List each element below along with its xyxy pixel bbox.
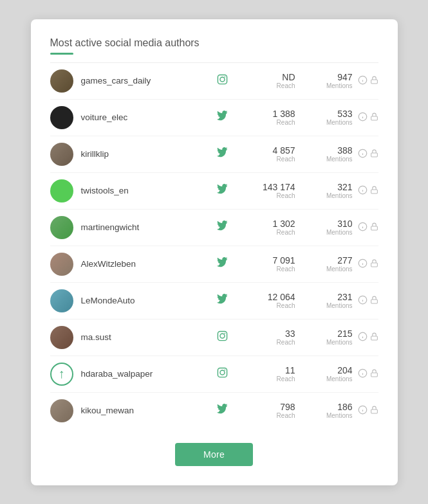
svg-rect-38 [218, 368, 227, 377]
info-icon[interactable] [358, 258, 368, 270]
author-row: voiture_elec1 388Reach533Mentions [50, 100, 378, 136]
author-row: games_cars_dailyNDReach947Mentions [50, 63, 378, 100]
lock-icon[interactable] [370, 149, 378, 159]
svg-point-2 [225, 76, 226, 78]
lock-icon[interactable] [370, 222, 378, 233]
lock-icon[interactable] [370, 259, 378, 269]
author-row: LeMondeAuto12 064Reach231Mentions [50, 283, 378, 320]
author-name: games_cars_daily [81, 76, 214, 86]
reach-label: Reach [247, 156, 295, 163]
svg-rect-48 [371, 409, 377, 413]
action-icons [358, 258, 378, 270]
lock-icon[interactable] [370, 76, 378, 86]
svg-rect-6 [371, 79, 377, 83]
author-name: LeMondeAuto [81, 296, 214, 305]
avatar: ↑ [50, 363, 73, 386]
svg-rect-37 [371, 336, 377, 339]
more-button-wrapper: More [50, 443, 378, 466]
mentions-label: Mentions [304, 302, 353, 309]
reach-label: Reach [247, 119, 295, 126]
mentions-column: 321Mentions [304, 182, 353, 199]
reach-label: Reach [247, 82, 295, 89]
svg-point-39 [220, 370, 225, 375]
svg-rect-44 [371, 372, 377, 376]
action-icons [358, 295, 378, 307]
lock-icon[interactable] [370, 113, 378, 123]
mentions-column: 947Mentions [304, 72, 353, 89]
info-icon[interactable] [358, 332, 368, 343]
reach-value: 33 [247, 328, 295, 339]
reach-value: ND [247, 72, 295, 82]
reach-column: 33Reach [247, 328, 295, 346]
reach-column: 143 174Reach [247, 182, 295, 199]
info-icon[interactable] [358, 185, 368, 197]
mentions-value: 186 [304, 402, 353, 412]
info-icon[interactable] [358, 295, 368, 307]
reach-column: 1 388Reach [247, 109, 295, 126]
reach-value: 4 857 [247, 145, 295, 156]
mentions-label: Mentions [304, 339, 353, 346]
reach-value: 1 388 [247, 109, 295, 119]
svg-rect-14 [371, 152, 377, 156]
mentions-value: 215 [304, 328, 353, 339]
instagram-icon [214, 74, 232, 87]
avatar [50, 216, 73, 239]
action-icons [358, 148, 378, 160]
svg-rect-18 [371, 189, 377, 193]
more-button[interactable]: More [175, 443, 253, 466]
action-icons [358, 185, 378, 197]
svg-point-1 [220, 77, 225, 82]
reach-value: 143 174 [247, 182, 295, 192]
avatar [50, 399, 73, 422]
author-name: kirillklip [81, 149, 214, 159]
author-name: ma.sust [81, 332, 214, 342]
avatar [50, 106, 73, 129]
twitter-icon [214, 147, 232, 161]
mentions-column: 215Mentions [304, 328, 353, 346]
reach-column: NDReach [247, 72, 295, 89]
reach-column: 12 064Reach [247, 292, 295, 309]
avatar [50, 326, 73, 349]
info-icon[interactable] [358, 405, 368, 417]
svg-rect-26 [371, 262, 377, 266]
mentions-label: Mentions [304, 82, 353, 89]
action-icons [358, 368, 378, 380]
svg-rect-22 [371, 226, 377, 230]
mentions-column: 231Mentions [304, 292, 353, 309]
authors-list: games_cars_dailyNDReach947Mentions voitu… [50, 63, 378, 429]
mentions-column: 277Mentions [304, 255, 353, 273]
reach-value: 12 064 [247, 292, 295, 302]
lock-icon[interactable] [370, 296, 378, 306]
lock-icon[interactable] [370, 406, 378, 416]
instagram-icon [214, 367, 232, 381]
mentions-column: 388Mentions [304, 145, 353, 163]
lock-icon[interactable] [370, 186, 378, 196]
svg-rect-31 [218, 331, 227, 340]
action-icons [358, 405, 378, 417]
reach-label: Reach [247, 266, 295, 273]
info-icon[interactable] [358, 75, 368, 87]
info-icon[interactable] [358, 222, 368, 233]
info-icon[interactable] [358, 112, 368, 123]
action-icons [358, 222, 378, 233]
lock-icon[interactable] [370, 369, 378, 379]
reach-column: 7 091Reach [247, 255, 295, 273]
author-name: AlexWitzleben [81, 259, 214, 269]
reach-column: 4 857Reach [247, 145, 295, 163]
mentions-value: 533 [304, 109, 353, 119]
avatar [50, 253, 73, 276]
mentions-label: Mentions [304, 412, 353, 419]
author-row: ↑hdaraba_walpaper11Reach204Mentions [50, 356, 378, 393]
author-name: hdaraba_walpaper [81, 369, 214, 379]
info-icon[interactable] [358, 148, 368, 160]
info-icon[interactable] [358, 368, 368, 380]
author-name: twistools_en [81, 186, 214, 195]
author-row: AlexWitzleben7 091Reach277Mentions [50, 246, 378, 283]
svg-rect-0 [218, 75, 227, 84]
avatar [50, 143, 73, 166]
mentions-column: 310Mentions [304, 219, 353, 236]
lock-icon[interactable] [370, 332, 378, 343]
mentions-value: 231 [304, 292, 353, 302]
author-row: kirillklip4 857Reach388Mentions [50, 136, 378, 173]
reach-column: 11Reach [247, 365, 295, 382]
